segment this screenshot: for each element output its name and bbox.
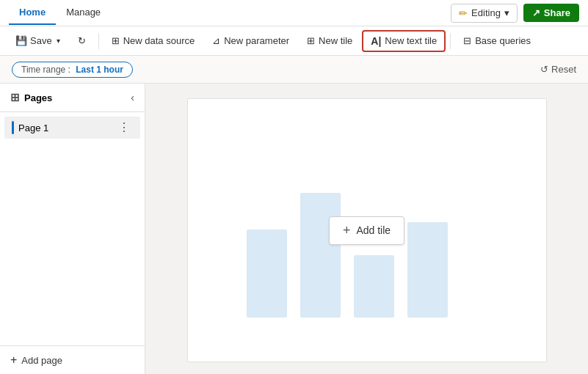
chevron-down-icon: ▾ xyxy=(504,7,509,18)
share-button[interactable]: ↗ Share xyxy=(523,4,579,22)
time-range-value: Last 1 hour xyxy=(76,65,123,75)
page-active-indicator xyxy=(12,121,14,134)
new-data-source-label: New data source xyxy=(123,35,195,46)
pages-title-label: Pages xyxy=(24,92,52,103)
new-tile-label: New tile xyxy=(319,35,352,46)
top-right-actions: ✏ Editing ▾ ↗ Share xyxy=(451,4,579,23)
base-queries-button[interactable]: ⊟ Base queries xyxy=(455,31,539,51)
new-tile-icon: ⊞ xyxy=(307,35,315,46)
canvas-board: + Add tile xyxy=(187,98,547,362)
save-button[interactable]: 💾 Save ▾ xyxy=(7,31,68,51)
bar-2 xyxy=(300,193,341,318)
new-parameter-button[interactable]: ⊿ New parameter xyxy=(204,31,297,51)
add-tile-label: Add tile xyxy=(356,224,391,236)
reset-button[interactable]: ↺ Reset xyxy=(540,64,576,75)
base-queries-icon: ⊟ xyxy=(463,35,471,46)
sidebar-header: ⊞ Pages ‹ xyxy=(0,84,145,112)
page-name: Page 1 xyxy=(18,122,48,133)
base-queries-label: Base queries xyxy=(475,35,531,46)
share-icon: ↗ xyxy=(532,7,540,18)
add-page-label: Add page xyxy=(21,355,62,366)
page-menu-icon[interactable]: ⋮ xyxy=(118,122,130,133)
refresh-button[interactable]: ↻ xyxy=(70,31,94,51)
editing-label: Editing xyxy=(471,7,501,18)
new-data-source-button[interactable]: ⊞ New data source xyxy=(104,31,203,51)
placeholder-bars xyxy=(247,193,448,318)
parameter-icon: ⊿ xyxy=(212,35,220,46)
toolbar-divider-1 xyxy=(98,33,99,49)
sidebar-title: ⊞ Pages xyxy=(10,91,52,104)
sidebar-footer[interactable]: + Add page xyxy=(0,345,145,374)
pencil-icon: ✏ xyxy=(459,7,468,19)
page-item-left: Page 1 xyxy=(12,121,48,134)
save-caret-icon: ▾ xyxy=(57,37,60,45)
time-range-label: Time range xyxy=(21,65,65,75)
save-icon: 💾 xyxy=(15,35,27,46)
new-tile-button[interactable]: ⊞ New tile xyxy=(299,31,360,51)
new-parameter-label: New parameter xyxy=(224,35,289,46)
top-nav-bar: Home Manage ✏ Editing ▾ ↗ Share xyxy=(0,0,588,26)
text-tile-icon: A| xyxy=(371,35,381,47)
tab-home[interactable]: Home xyxy=(9,1,56,25)
refresh-icon: ↻ xyxy=(78,35,86,46)
bar-1 xyxy=(247,230,287,318)
sidebar-pages-list: Page 1 ⋮ xyxy=(0,112,145,345)
add-page-plus-icon: + xyxy=(10,353,17,367)
sidebar: ⊞ Pages ‹ Page 1 ⋮ + Add page xyxy=(0,84,145,374)
pages-icon: ⊞ xyxy=(10,91,20,104)
sidebar-item-page1[interactable]: Page 1 ⋮ xyxy=(4,117,140,139)
toolbar: 💾 Save ▾ ↻ ⊞ New data source ⊿ New param… xyxy=(0,26,588,56)
canvas-area: + Add tile xyxy=(145,84,588,374)
data-source-icon: ⊞ xyxy=(112,35,120,46)
save-label: Save xyxy=(30,35,52,46)
add-tile-plus-icon: + xyxy=(343,223,351,238)
sidebar-collapse-button[interactable]: ‹ xyxy=(131,92,134,103)
bar-3 xyxy=(354,255,394,318)
filter-bar: Time range : Last 1 hour ↺ Reset xyxy=(0,56,588,84)
time-range-filter[interactable]: Time range : Last 1 hour xyxy=(12,62,133,78)
editing-button[interactable]: ✏ Editing ▾ xyxy=(451,4,518,23)
add-tile-button[interactable]: + Add tile xyxy=(329,216,404,245)
share-label: Share xyxy=(544,7,570,18)
main-area: ⊞ Pages ‹ Page 1 ⋮ + Add page xyxy=(0,84,588,374)
new-text-tile-button[interactable]: A| New text tile xyxy=(362,30,446,52)
bar-4 xyxy=(407,222,448,318)
time-range-colon: : xyxy=(65,65,73,75)
reset-icon: ↺ xyxy=(540,64,548,75)
tab-manage[interactable]: Manage xyxy=(56,1,111,25)
top-tabs: Home Manage xyxy=(9,1,111,25)
reset-label: Reset xyxy=(551,64,576,75)
toolbar-divider-2 xyxy=(450,33,451,49)
new-text-tile-label: New text tile xyxy=(385,35,437,46)
